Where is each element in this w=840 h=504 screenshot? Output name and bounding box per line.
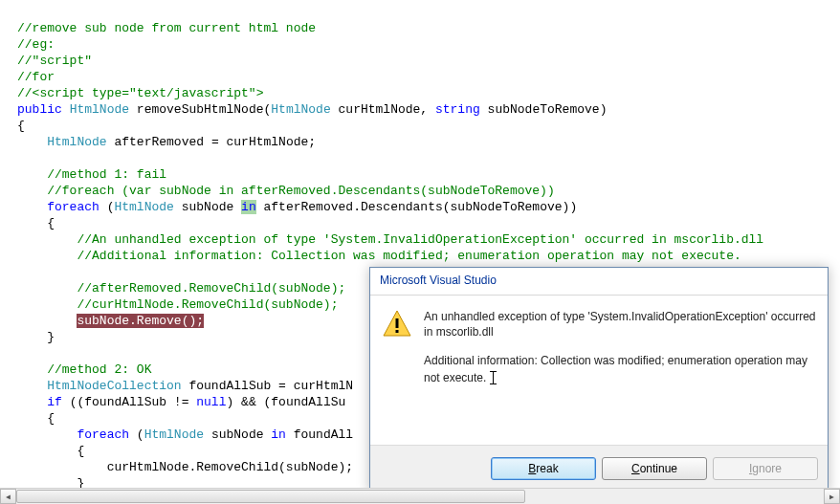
var: curHtmlN [294, 379, 353, 393]
comment-line: //eg: [17, 37, 55, 52]
var: foundAll [294, 427, 353, 442]
svg-rect-1 [396, 318, 399, 328]
exception-message-primary: An unhandled exception of type 'System.I… [424, 309, 816, 340]
svg-rect-2 [396, 330, 399, 333]
break-button[interactable]: Break [491, 457, 596, 480]
cond: ) && (foundAllSu [226, 395, 345, 409]
keyword-foreach: foreach [77, 427, 129, 442]
comment-line: //remove sub node from current html node [17, 21, 316, 35]
dialog-title: Microsoft Visual Studio [370, 268, 828, 296]
keyword-in: in [271, 427, 286, 442]
var: curHtmlNode [226, 135, 308, 149]
var: subNode [211, 427, 264, 442]
comment-line: //afterRemoved.RemoveChild(subNode); [77, 281, 345, 296]
scroll-track[interactable] [16, 489, 824, 504]
text-cursor-icon [490, 371, 497, 384]
call: .Descendants(subNodeToRemove)) [353, 200, 577, 214]
comment-line: //method 2: OK [47, 362, 151, 377]
scroll-right-button[interactable]: ▶ [824, 489, 840, 504]
type-htmlnode: HtmlNode [144, 427, 204, 442]
exception-message-additional: Additional information: Collection was m… [424, 353, 816, 385]
comment-line: //<script type="text/javascript"> [17, 86, 263, 100]
comment-line: //method 1: fail [47, 167, 166, 182]
type-htmlnode: HtmlNode [114, 200, 173, 214]
keyword-in: in [241, 200, 256, 214]
var: foundAllSub [188, 379, 271, 393]
var: subNode [182, 200, 234, 214]
scroll-thumb[interactable] [16, 490, 525, 503]
horizontal-scrollbar[interactable]: ◀ ▶ [0, 488, 840, 504]
method-name: removeSubHtmlNode [137, 102, 264, 117]
keyword-null: null [196, 395, 226, 409]
comment-line: //for [17, 70, 55, 84]
comment-line: //An unhandled exception of type 'System… [77, 232, 763, 247]
ignore-button: Ignore [713, 457, 818, 480]
type-htmlnode: HtmlNode [271, 102, 330, 117]
stmt: curHtmlNode.RemoveChild(subNode); [107, 460, 353, 474]
comment-line: //Additional information: Collection was… [77, 249, 741, 263]
param: subNodeToRemove [488, 102, 600, 117]
type-htmlnode: HtmlNode [70, 102, 129, 117]
comment-line: //curHtmlNode.RemoveChild(subNode); [77, 297, 338, 312]
param: curHtmlNode [339, 102, 421, 117]
type-htmlnodecollection: HtmlNodeCollection [47, 379, 181, 393]
scroll-left-button[interactable]: ◀ [0, 489, 16, 504]
exception-source-line: subNode.Remove(); [77, 314, 204, 328]
exception-dialog: Microsoft Visual Studio An unhandled exc… [369, 267, 829, 493]
cond: ((foundAllSub != [70, 395, 197, 409]
dialog-button-row: Break Continue Ignore [370, 445, 828, 492]
keyword-string: string [435, 102, 480, 117]
type-htmlnode: HtmlNode [47, 135, 106, 149]
keyword-if: if [47, 395, 62, 409]
keyword-foreach: foreach [47, 200, 99, 214]
comment-line: //foreach (var subNode in afterRemoved.D… [47, 184, 555, 198]
comment-line: //"script" [17, 54, 92, 68]
continue-button[interactable]: Continue [602, 457, 707, 480]
warning-icon [382, 309, 412, 340]
dialog-text: An unhandled exception of type 'System.I… [424, 309, 816, 441]
var: afterRemoved [114, 135, 204, 149]
keyword-public: public [17, 102, 62, 117]
var: afterRemoved [264, 200, 354, 214]
dialog-body: An unhandled exception of type 'System.I… [370, 296, 828, 445]
